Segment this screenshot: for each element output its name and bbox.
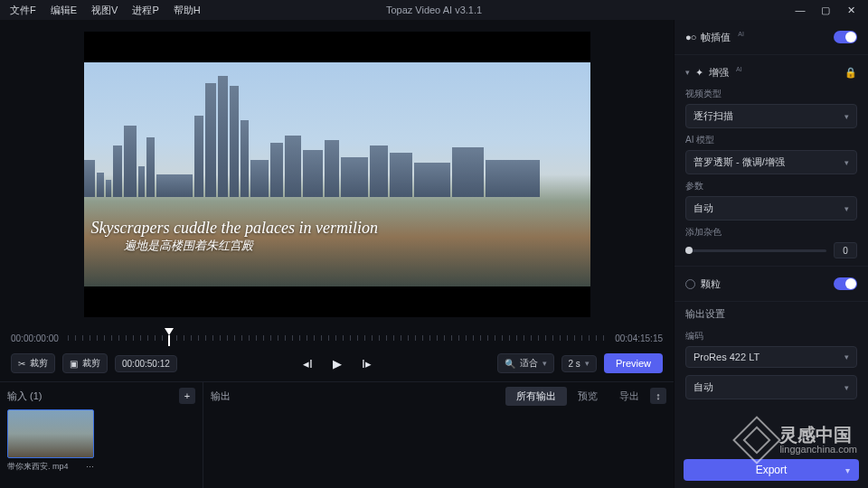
radio-icon (685, 279, 695, 289)
chevron-down-icon: ▾ (585, 359, 590, 368)
minimize-button[interactable]: — (790, 3, 810, 17)
chevron-down-icon: ▾ (844, 112, 849, 121)
codec-select[interactable]: ProRes 422 LT ▾ (685, 346, 857, 368)
grain-toggle[interactable] (834, 277, 857, 290)
subtitle-english: Skyscrapers cuddle the palaces in vermil… (91, 219, 378, 238)
ai-model-value: 普罗透斯 - 微调/增强 (693, 155, 785, 169)
transport-controls: ✂ 裁剪 ▣ 裁剪 00:00:50:12 ◂Ⅰ ▶ Ⅰ▸ 🔍 适合 ▾ (0, 349, 674, 381)
tab-export-outputs[interactable]: 导出 (609, 387, 650, 406)
chevron-down-icon: ▾ (844, 204, 849, 213)
add-input-button[interactable]: + (179, 388, 195, 404)
output-panel-title: 输出 (211, 389, 231, 403)
lock-icon[interactable]: 🔒 (844, 67, 857, 79)
trim-start-label: 裁剪 (30, 357, 48, 370)
grain-title: 颗粒 (701, 277, 721, 291)
output-auto-value: 自动 (693, 380, 713, 394)
chevron-down-icon: ▾ (844, 352, 849, 361)
video-content: Skyscrapers cuddle the palaces in vermil… (84, 62, 590, 286)
extra-tone-value[interactable]: 0 (834, 242, 857, 258)
ai-badge-icon: AI (738, 31, 744, 37)
video-frame[interactable]: Skyscrapers cuddle the palaces in vermil… (84, 32, 590, 317)
speed-label: 2 s (569, 359, 580, 369)
params-label: 参数 (685, 180, 857, 192)
menu-process[interactable]: 进程P (126, 2, 165, 19)
menu-view[interactable]: 视图V (85, 2, 124, 19)
close-button[interactable]: ✕ (841, 3, 861, 17)
menu-edit[interactable]: 编辑E (44, 2, 83, 19)
frame-interp-title: 帧插值 (701, 31, 731, 44)
zoom-dropdown[interactable]: 🔍 适合 ▾ (497, 353, 554, 373)
tab-preview-outputs[interactable]: 预览 (567, 387, 609, 406)
sort-button[interactable]: ↕ (650, 388, 666, 404)
app-title: Topaz Video AI v3.1.1 (386, 5, 482, 15)
output-auto-select[interactable]: 自动 ▾ (685, 375, 857, 399)
trim-start-button[interactable]: ✂ 裁剪 (11, 353, 55, 373)
frame-interp-toggle[interactable] (834, 31, 857, 43)
extra-tone-slider[interactable] (685, 249, 826, 252)
chevron-down-icon: ▾ (845, 465, 850, 475)
ai-model-select[interactable]: 普罗透斯 - 微调/增强 ▾ (685, 150, 857, 174)
params-value: 自动 (693, 202, 713, 215)
title-bar: 文件F 编辑E 视图V 进程P 帮助H Topaz Video AI v3.1.… (0, 0, 868, 20)
chevron-down-icon: ▾ (844, 383, 849, 392)
speed-dropdown[interactable]: 2 s ▾ (561, 355, 597, 372)
play-button[interactable]: ▶ (333, 357, 342, 371)
timeline[interactable]: 00:00:00:00 00:04:15:15 (0, 327, 674, 349)
input-panel-title: 输入 (1) (7, 389, 42, 403)
tab-all-outputs[interactable]: 所有输出 (505, 387, 567, 406)
section-enhance: ▾ ✦ 增强 AI 🔒 视频类型 逐行扫描 ▾ AI 模型 普罗透斯 - 微调/… (675, 55, 868, 267)
dots-icon: ●○ (685, 32, 695, 42)
preview-button[interactable]: Preview (604, 353, 663, 373)
settings-sidebar: ●○ 帧插值 AI ▾ ✦ 增强 AI 🔒 (674, 20, 868, 488)
menu-bar: 文件F 编辑E 视图V 进程P 帮助H (4, 2, 207, 19)
video-type-value: 逐行扫描 (693, 109, 733, 123)
extra-tone-label: 添加杂色 (685, 226, 857, 239)
ai-badge-icon: AI (736, 66, 742, 72)
maximize-button[interactable]: ▢ (816, 3, 835, 17)
ai-model-label: AI 模型 (685, 134, 857, 146)
trim-end-label: 裁剪 (82, 357, 100, 370)
timeline-start: 00:00:00:00 (11, 333, 59, 343)
chevron-down-icon: ▾ (844, 158, 849, 167)
playhead[interactable] (165, 328, 174, 335)
enhance-title: 增强 (709, 66, 729, 80)
window-controls: — ▢ ✕ (790, 3, 861, 17)
section-grain: 颗粒 (675, 267, 868, 302)
chevron-down-icon: ▾ (542, 359, 547, 368)
next-frame-button[interactable]: Ⅰ▸ (362, 357, 372, 371)
menu-file[interactable]: 文件F (4, 2, 42, 19)
sparkle-icon: ✦ (695, 67, 703, 79)
thumbnail-menu-icon[interactable]: ⋯ (86, 463, 94, 472)
trim-end-button[interactable]: ▣ 裁剪 (62, 353, 108, 373)
input-filename: 带你来西安. mp4 (7, 461, 69, 473)
magnifier-icon: 🔍 (505, 359, 515, 369)
menu-help[interactable]: 帮助H (167, 2, 207, 19)
timeline-end: 00:04:15:15 (615, 333, 663, 343)
subtitle-chinese: 遍地是高楼围着朱红宫殿 (124, 238, 253, 254)
chevron-down-icon[interactable]: ▾ (685, 68, 690, 77)
crop-icon: ▣ (70, 359, 78, 369)
timeline-track[interactable] (68, 332, 606, 344)
export-label: Export (756, 464, 788, 476)
codec-value: ProRes 422 LT (693, 352, 760, 362)
params-select[interactable]: 自动 ▾ (685, 196, 857, 221)
preview-area: Skyscrapers cuddle the palaces in vermil… (0, 20, 674, 327)
video-type-select[interactable]: 逐行扫描 ▾ (685, 104, 857, 128)
section-output-settings: 编码 ProRes 422 LT ▾ 自动 ▾ (675, 323, 868, 407)
output-settings-header: 输出设置 (675, 302, 868, 323)
video-type-label: 视频类型 (685, 88, 857, 100)
codec-label: 编码 (685, 330, 857, 343)
prev-frame-button[interactable]: ◂Ⅰ (303, 357, 313, 371)
input-thumbnail[interactable] (7, 409, 94, 458)
scissors-icon: ✂ (18, 359, 25, 369)
section-frame-interpolation: ●○ 帧插值 AI (675, 20, 868, 55)
output-panel: 输出 所有输出 预览 导出 ↕ (203, 382, 674, 488)
export-button[interactable]: Export ▾ (684, 459, 859, 481)
zoom-label: 适合 (520, 357, 538, 370)
timecode-field[interactable]: 00:00:50:12 (115, 355, 177, 372)
input-panel: 输入 (1) + 带你来西安. mp4 ⋯ (0, 382, 203, 488)
